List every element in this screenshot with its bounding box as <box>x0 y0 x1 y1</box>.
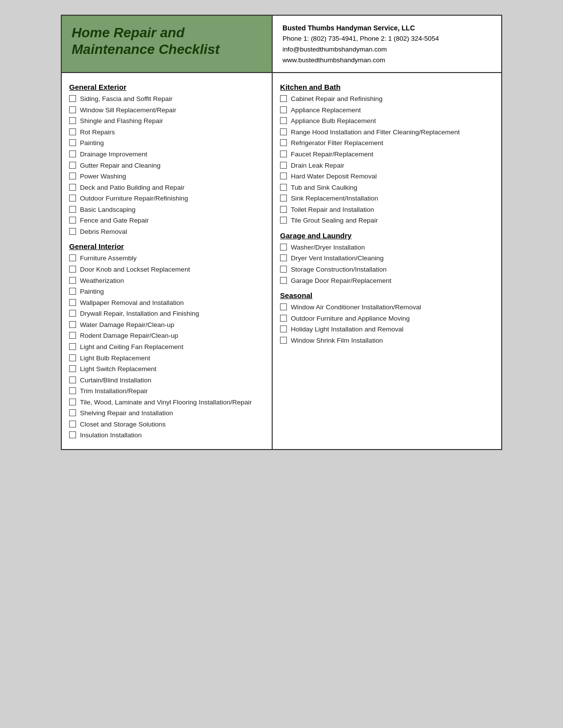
checkbox[interactable] <box>69 228 76 235</box>
list-item[interactable]: Window Sill Replacement/Repair <box>69 105 264 115</box>
list-item[interactable]: Dryer Vent Installation/Cleaning <box>280 253 494 263</box>
list-item[interactable]: Trim Installation/Repair <box>69 386 264 396</box>
list-item[interactable]: Rot Repairs <box>69 127 264 137</box>
checkbox[interactable] <box>280 217 287 224</box>
list-item[interactable]: Water Damage Repair/Clean-up <box>69 320 264 330</box>
list-item[interactable]: Siding, Fascia and Soffit Repair <box>69 94 264 104</box>
checkbox[interactable] <box>69 106 76 113</box>
checkbox[interactable] <box>69 409 76 416</box>
list-item[interactable]: Door Knob and Lockset Replacement <box>69 265 264 275</box>
list-item[interactable]: Window Air Conditioner Installation/Remo… <box>280 302 494 312</box>
checkbox[interactable] <box>69 343 76 350</box>
checkbox[interactable] <box>69 431 76 438</box>
checkbox[interactable] <box>69 206 76 213</box>
checkbox[interactable] <box>280 139 287 146</box>
list-item[interactable]: Light Bulb Replacement <box>69 353 264 363</box>
checkbox[interactable] <box>280 315 287 322</box>
checkbox[interactable] <box>69 354 76 361</box>
list-item[interactable]: Painting <box>69 287 264 297</box>
checkbox[interactable] <box>69 266 76 273</box>
list-item[interactable]: Insulation Installation <box>69 430 264 440</box>
checkbox[interactable] <box>69 173 76 179</box>
checkbox[interactable] <box>280 106 287 113</box>
checkbox[interactable] <box>69 162 76 169</box>
list-item[interactable]: Light Switch Replacement <box>69 364 264 374</box>
checkbox[interactable] <box>69 139 76 146</box>
checkbox[interactable] <box>69 277 76 284</box>
checkbox[interactable] <box>280 326 287 332</box>
checkbox[interactable] <box>69 321 76 328</box>
checkbox[interactable] <box>280 303 287 310</box>
checkbox[interactable] <box>280 244 287 251</box>
checkbox[interactable] <box>69 299 76 306</box>
list-item[interactable]: Power Washing <box>69 172 264 181</box>
checkbox[interactable] <box>280 117 287 124</box>
list-item[interactable]: Weatherization <box>69 276 264 286</box>
list-item[interactable]: Appliance Replacement <box>280 105 494 115</box>
checkbox[interactable] <box>280 95 287 102</box>
list-item[interactable]: Appliance Bulb Replacement <box>280 116 494 126</box>
list-item[interactable]: Furniture Assembly <box>69 253 264 263</box>
list-item[interactable]: Tile, Wood, Laminate and Vinyl Flooring … <box>69 398 264 407</box>
checkbox[interactable] <box>69 117 76 124</box>
list-item[interactable]: Gutter Repair and Cleaning <box>69 161 264 171</box>
list-item[interactable]: Shingle and Flashing Repair <box>69 116 264 126</box>
checkbox[interactable] <box>69 217 76 224</box>
checkbox[interactable] <box>69 399 76 405</box>
checkbox[interactable] <box>69 128 76 135</box>
list-item[interactable]: Toilet Repair and Installation <box>280 205 494 215</box>
list-item[interactable]: Drain Leak Repair <box>280 161 494 171</box>
list-item[interactable]: Hard Water Deposit Removal <box>280 172 494 181</box>
checkbox[interactable] <box>69 195 76 201</box>
list-item[interactable]: Storage Construction/Installation <box>280 265 494 275</box>
checkbox[interactable] <box>69 377 76 383</box>
checkbox[interactable] <box>69 95 76 102</box>
checkbox[interactable] <box>69 387 76 394</box>
list-item[interactable]: Wallpaper Removal and Installation <box>69 298 264 308</box>
list-item[interactable]: Deck and Patio Building and Repair <box>69 183 264 193</box>
checkbox[interactable] <box>280 254 287 261</box>
checkbox[interactable] <box>69 184 76 191</box>
checkbox[interactable] <box>280 277 287 284</box>
list-item[interactable]: Closet and Storage Solutions <box>69 420 264 429</box>
checkbox[interactable] <box>69 332 76 339</box>
list-item[interactable]: Tile Grout Sealing and Repair <box>280 216 494 226</box>
checkbox[interactable] <box>280 195 287 201</box>
checkbox[interactable] <box>280 173 287 179</box>
list-item[interactable]: Outdoor Furniture Repair/Refinishing <box>69 194 264 203</box>
checkbox[interactable] <box>280 206 287 213</box>
list-item[interactable]: Faucet Repair/Replacement <box>280 150 494 159</box>
list-item[interactable]: Holiday Light Installation and Removal <box>280 325 494 334</box>
list-item[interactable]: Rodent Damage Repair/Clean-up <box>69 331 264 341</box>
checkbox[interactable] <box>69 365 76 372</box>
list-item[interactable]: Cabinet Repair and Refinishing <box>280 94 494 104</box>
checkbox[interactable] <box>69 421 76 427</box>
list-item[interactable]: Range Hood Installation and Filter Clean… <box>280 127 494 137</box>
list-item[interactable]: Window Shrink Film Installation <box>280 336 494 346</box>
list-item[interactable]: Outdoor Furniture and Appliance Moving <box>280 314 494 324</box>
checkbox[interactable] <box>280 184 287 191</box>
checkbox[interactable] <box>69 288 76 295</box>
checkbox[interactable] <box>280 128 287 135</box>
list-item[interactable]: Sink Replacement/Installation <box>280 194 494 203</box>
list-item[interactable]: Drainage Improvement <box>69 150 264 159</box>
checkbox[interactable] <box>69 151 76 157</box>
checkbox[interactable] <box>280 266 287 273</box>
list-item[interactable]: Fence and Gate Repair <box>69 216 264 226</box>
list-item[interactable]: Debris Removal <box>69 227 264 237</box>
checkbox[interactable] <box>69 254 76 261</box>
list-item[interactable]: Garage Door Repair/Replacement <box>280 276 494 286</box>
list-item[interactable]: Curtain/Blind Installation <box>69 376 264 385</box>
checkbox[interactable] <box>280 337 287 344</box>
list-item[interactable]: Washer/Dryer Installation <box>280 243 494 252</box>
checkbox[interactable] <box>280 162 287 169</box>
list-item[interactable]: Light and Ceiling Fan Replacement <box>69 342 264 352</box>
list-item[interactable]: Shelving Repair and Installation <box>69 408 264 418</box>
list-item[interactable]: Drywall Repair, Installation and Finishi… <box>69 309 264 319</box>
list-item[interactable]: Tub and Sink Caulking <box>280 183 494 193</box>
list-item[interactable]: Refrigerator Filter Replacement <box>280 138 494 148</box>
list-item[interactable]: Basic Landscaping <box>69 205 264 215</box>
list-item[interactable]: Painting <box>69 138 264 148</box>
checkbox[interactable] <box>280 151 287 157</box>
checkbox[interactable] <box>69 310 76 317</box>
